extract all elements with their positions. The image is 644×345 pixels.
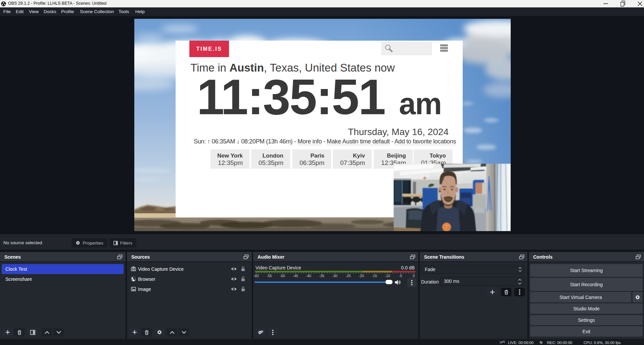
svg-text:0: 0 (413, 274, 415, 278)
svg-text:-20: -20 (359, 274, 364, 278)
svg-text:-55: -55 (267, 274, 272, 278)
svg-text:-60: -60 (254, 274, 259, 278)
svg-text:-40: -40 (306, 274, 311, 278)
svg-text:-30: -30 (332, 274, 337, 278)
svg-text:-10: -10 (385, 274, 390, 278)
svg-text:-15: -15 (372, 274, 377, 278)
svg-text:-45: -45 (293, 274, 298, 278)
svg-text:-5: -5 (399, 274, 402, 278)
svg-text:-35: -35 (319, 274, 324, 278)
svg-text:-25: -25 (346, 274, 351, 278)
svg-text:-50: -50 (280, 274, 285, 278)
